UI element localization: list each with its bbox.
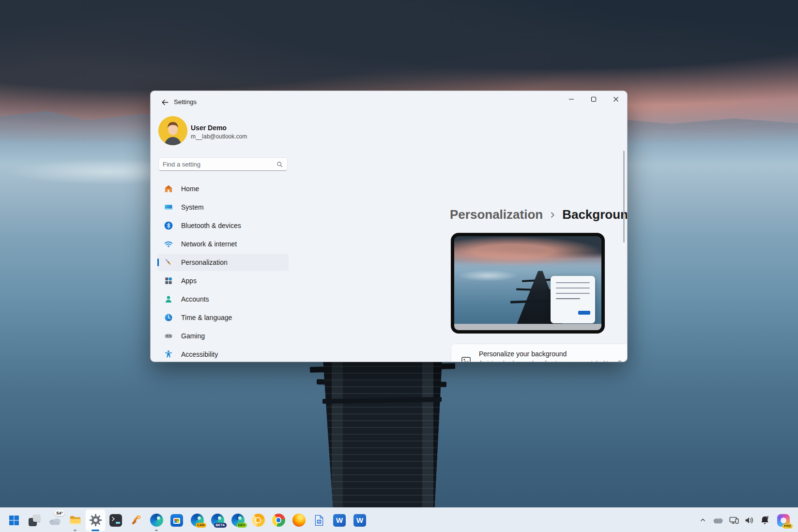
- preview-taskbar: [454, 324, 601, 330]
- copilot-preview-badge: PRE: [783, 524, 793, 529]
- word-icon: W: [333, 514, 346, 527]
- tray-overflow-button[interactable]: [695, 511, 710, 530]
- back-button[interactable]: [156, 96, 173, 108]
- volume-button[interactable]: [742, 511, 756, 530]
- breadcrumb-parent[interactable]: Personalization: [450, 207, 543, 222]
- sidebar-item-bluetooth-devices[interactable]: Bluetooth & devices: [157, 217, 289, 234]
- sidebar-item-accessibility[interactable]: Accessibility: [157, 346, 289, 362]
- caption-buttons: [560, 91, 627, 107]
- taskbar-app-icons: 54°: [0, 509, 370, 532]
- beta-badge: BETA: [214, 523, 226, 528]
- spotlight-learn-button: [578, 311, 590, 315]
- user-email: m__lab@outlook.com: [191, 133, 247, 140]
- avatar[interactable]: [158, 116, 187, 145]
- notification-bell-dnd-icon: [759, 515, 770, 526]
- network-icon: [163, 239, 174, 249]
- title-bar[interactable]: Settings: [151, 91, 627, 112]
- background-preview-screen: [454, 236, 601, 330]
- chrome-icon: [272, 514, 285, 527]
- sidebar-item-home[interactable]: Home: [157, 180, 289, 198]
- terminal-button[interactable]: [106, 509, 126, 532]
- accounts-icon: [163, 294, 174, 304]
- search-box[interactable]: [158, 157, 288, 171]
- edge-canary-icon: CAN: [191, 514, 204, 527]
- chrome-canary-icon: [252, 514, 265, 527]
- html-document-button[interactable]: [309, 509, 329, 532]
- dev-tools-icon: [130, 514, 142, 527]
- firefox-button[interactable]: [289, 509, 309, 532]
- breadcrumb: Personalization Background: [450, 207, 628, 222]
- sidebar-item-label: Personalization: [181, 258, 228, 266]
- sidebar-item-network-internet[interactable]: Network & internet: [157, 235, 289, 253]
- minimize-button[interactable]: [560, 91, 583, 107]
- sidebar-item-label: Gaming: [181, 332, 205, 340]
- system-icon: [163, 202, 174, 213]
- personalize-title: Personalize your background: [479, 350, 567, 358]
- home-icon: [163, 183, 174, 194]
- edge-icon: [150, 514, 163, 527]
- chrome-canary-button[interactable]: [248, 509, 268, 532]
- settings-button[interactable]: [85, 509, 106, 532]
- weather-temperature-badge: 54°: [55, 510, 64, 516]
- word-logo-letter: W: [356, 516, 363, 524]
- file-explorer-button[interactable]: [65, 509, 85, 532]
- card-line: [556, 288, 590, 289]
- personalization-icon: [163, 257, 174, 268]
- sidebar-item-accounts[interactable]: Accounts: [157, 290, 289, 308]
- time-language-icon: [163, 312, 174, 323]
- windows-logo-icon: [8, 515, 20, 526]
- apps-icon: [163, 275, 174, 286]
- speaker-icon: [744, 515, 754, 526]
- sidebar-item-label: Network & internet: [181, 240, 237, 248]
- sidebar-item-personalization[interactable]: Personalization: [157, 254, 289, 271]
- start-button[interactable]: [4, 509, 24, 532]
- picture-icon: [460, 355, 472, 363]
- word-button[interactable]: W: [329, 509, 350, 532]
- onedrive-cloud-icon: [712, 516, 724, 524]
- sidebar-item-time-language[interactable]: Time & language: [157, 309, 289, 326]
- word-logo-letter: W: [336, 516, 343, 524]
- sidebar-nav: Home System Bluetooth & devices Network …: [157, 180, 289, 362]
- active-indicator: [92, 530, 99, 531]
- edge-canary-button[interactable]: CAN: [187, 509, 207, 532]
- word-document-icon: W: [353, 514, 366, 527]
- personalize-background-card[interactable]: Personalize your background A picture ba…: [451, 344, 628, 362]
- gaming-icon: [163, 331, 174, 341]
- dev-tools-button[interactable]: [126, 509, 146, 532]
- maximize-button[interactable]: [583, 91, 605, 107]
- widgets-weather-button[interactable]: 54°: [45, 509, 65, 532]
- close-icon: [613, 96, 619, 102]
- sidebar-item-label: Time & language: [181, 314, 232, 321]
- close-button[interactable]: [605, 91, 627, 107]
- sidebar-item-system[interactable]: System: [157, 198, 289, 216]
- cast-button[interactable]: [726, 511, 742, 530]
- task-view-icon: [28, 514, 41, 527]
- edge-dev-button[interactable]: DEV: [228, 509, 248, 532]
- search-icon: [276, 161, 283, 168]
- sidebar-item-label: Bluetooth & devices: [181, 222, 241, 229]
- maximize-icon: [591, 96, 597, 102]
- edge-beta-button[interactable]: BETA: [207, 509, 228, 532]
- sidebar-item-apps[interactable]: Apps: [157, 272, 289, 289]
- notification-bell-button[interactable]: [756, 511, 773, 530]
- chevron-up-icon: [699, 517, 706, 524]
- sidebar-item-label: Accessibility: [181, 350, 218, 358]
- spotlight-info-card: [551, 276, 595, 323]
- word-document-button[interactable]: W: [350, 509, 370, 532]
- edge-button[interactable]: [146, 509, 167, 532]
- wallpaper-pier: [310, 359, 455, 507]
- microsoft-store-button[interactable]: [167, 509, 187, 532]
- window-scrollbar[interactable]: [623, 151, 625, 243]
- card-line: [556, 293, 590, 294]
- copilot-button[interactable]: PRE: [773, 511, 794, 530]
- chrome-button[interactable]: [268, 509, 289, 532]
- search-input[interactable]: [159, 161, 276, 168]
- sidebar-item-gaming[interactable]: Gaming: [157, 327, 289, 345]
- task-view-button[interactable]: [24, 509, 45, 532]
- sidebar-item-label: Home: [181, 185, 199, 193]
- onedrive-button[interactable]: [710, 511, 726, 530]
- document-globe-icon: [313, 514, 325, 527]
- pier-walkway: [321, 359, 445, 507]
- edge-dev-icon: DEV: [231, 514, 245, 527]
- dev-badge: DEV: [237, 523, 247, 528]
